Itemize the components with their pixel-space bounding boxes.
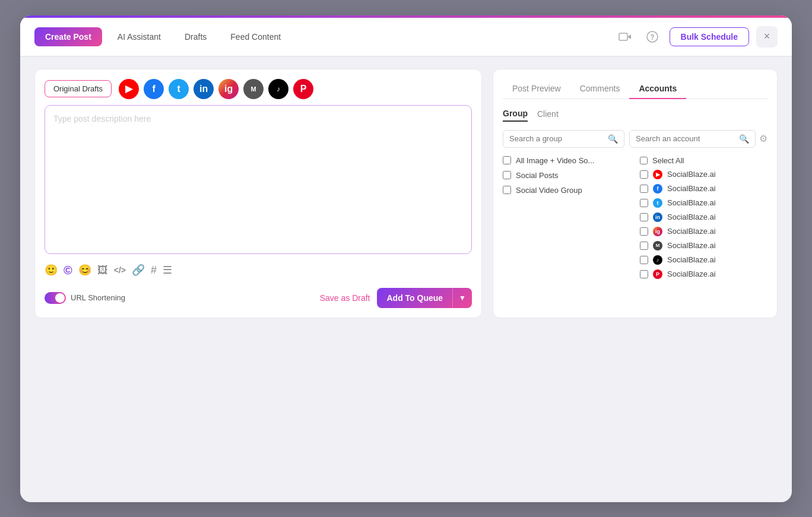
- account-dot-youtube-0: ▶: [653, 170, 662, 179]
- account-label-1: SocialBlaze.ai: [667, 184, 716, 193]
- account-checkbox-6[interactable]: [640, 256, 648, 264]
- account-label-0: SocialBlaze.ai: [667, 170, 716, 179]
- hashtag-icon[interactable]: #: [151, 264, 157, 277]
- columns-layout: All Image + Video So... Social Posts Soc…: [503, 156, 767, 279]
- select-all-checkbox[interactable]: [640, 157, 648, 164]
- url-shortening-group: URL Shortening: [45, 292, 125, 304]
- close-icon: ×: [764, 30, 770, 43]
- select-all-row: Select All: [640, 156, 767, 165]
- create-post-button[interactable]: Create Post: [34, 27, 102, 46]
- header-right-actions: ? Bulk Schedule ×: [615, 26, 778, 47]
- group-label-all-image: All Image + Video So...: [516, 156, 594, 165]
- account-label-7: SocialBlaze.ai: [667, 269, 716, 278]
- help-icon: ?: [646, 31, 658, 43]
- account-item-7[interactable]: P SocialBlaze.ai: [640, 269, 767, 279]
- tab-post-preview[interactable]: Post Preview: [503, 79, 570, 99]
- account-item-6[interactable]: ♪ SocialBlaze.ai: [640, 255, 767, 265]
- editor-toolbar: 🙂 © 😊 🖼 </> 🔗 # ☰: [45, 260, 472, 281]
- original-drafts-tab[interactable]: Original Drafts: [45, 80, 112, 97]
- linkedin-icon[interactable]: in: [194, 79, 214, 99]
- group-item-all-image[interactable]: All Image + Video So...: [503, 156, 630, 165]
- account-checkbox-2[interactable]: [640, 199, 648, 207]
- account-label-5: SocialBlaze.ai: [667, 241, 716, 250]
- account-item-4[interactable]: ig SocialBlaze.ai: [640, 227, 767, 236]
- group-search-button[interactable]: 🔍: [608, 134, 618, 144]
- right-panel: Post Preview Comments Accounts Group Cli…: [493, 69, 778, 318]
- add-to-queue-label[interactable]: Add To Queue: [377, 288, 452, 308]
- account-dot-linkedin-3: in: [653, 212, 662, 222]
- url-shortening-toggle[interactable]: [45, 292, 66, 304]
- social-icons-row: ▶ f t in ig M ♪ P: [119, 79, 313, 99]
- image-icon[interactable]: 🖼: [97, 264, 108, 277]
- close-button[interactable]: ×: [756, 26, 778, 47]
- tab-feed-content[interactable]: Feed Content: [222, 27, 289, 46]
- account-checkbox-4[interactable]: [640, 227, 648, 236]
- add-to-queue-dropdown-arrow[interactable]: ▼: [452, 288, 472, 307]
- sub-tab-group[interactable]: Group: [503, 109, 528, 122]
- tab-accounts[interactable]: Accounts: [629, 79, 686, 99]
- help-icon-button[interactable]: ?: [642, 27, 662, 47]
- left-panel: Original Drafts ▶ f t in ig M ♪ P 🙂 © 😊: [34, 69, 482, 318]
- group-checkbox-social-posts[interactable]: [503, 171, 511, 179]
- header: Create Post AI Assistant Drafts Feed Con…: [20, 18, 792, 57]
- tab-drafts[interactable]: Drafts: [176, 27, 215, 46]
- emoji-icon[interactable]: 😊: [78, 264, 91, 277]
- account-label-2: SocialBlaze.ai: [667, 198, 716, 207]
- facebook-icon[interactable]: f: [144, 79, 164, 99]
- drafts-tab-bar: Original Drafts ▶ f t in ig M ♪ P: [45, 79, 472, 99]
- account-item-1[interactable]: f SocialBlaze.ai: [640, 184, 767, 194]
- account-item-3[interactable]: in SocialBlaze.ai: [640, 212, 767, 222]
- post-description-textarea[interactable]: [45, 105, 472, 254]
- video-icon: [618, 31, 632, 42]
- meta-icon[interactable]: M: [243, 79, 264, 99]
- emoji-picker-icon[interactable]: 🙂: [45, 264, 58, 277]
- account-item-5[interactable]: M SocialBlaze.ai: [640, 241, 767, 250]
- group-checkbox-social-video[interactable]: [503, 186, 511, 194]
- youtube-icon[interactable]: ▶: [119, 79, 139, 99]
- account-dot-pinterest-7: P: [653, 269, 662, 279]
- group-item-social-video[interactable]: Social Video Group: [503, 186, 630, 195]
- video-icon-button[interactable]: [615, 27, 635, 47]
- main-modal: Create Post AI Assistant Drafts Feed Con…: [20, 15, 792, 502]
- account-checkbox-0[interactable]: [640, 170, 648, 179]
- tab-ai-assistant[interactable]: AI Assistant: [109, 27, 169, 46]
- account-label-4: SocialBlaze.ai: [667, 227, 716, 236]
- sub-tab-client[interactable]: Client: [537, 109, 559, 122]
- accounts-column: Select All ▶ SocialBlaze.ai f SocialBlaz…: [640, 156, 767, 279]
- instagram-icon[interactable]: ig: [218, 79, 239, 99]
- account-checkbox-5[interactable]: [640, 242, 648, 250]
- tab-comments[interactable]: Comments: [570, 79, 630, 99]
- spinner-icon[interactable]: ©: [64, 264, 72, 277]
- account-search-button[interactable]: 🔍: [739, 134, 749, 144]
- account-search-input[interactable]: [636, 134, 735, 143]
- account-item-2[interactable]: t SocialBlaze.ai: [640, 198, 767, 208]
- account-item-0[interactable]: ▶ SocialBlaze.ai: [640, 170, 767, 179]
- filter-button[interactable]: ⚙: [759, 133, 767, 144]
- post-bottom-bar: URL Shortening Save as Draft Add To Queu…: [45, 288, 472, 308]
- group-label-social-video: Social Video Group: [516, 186, 582, 195]
- group-search-input[interactable]: [509, 134, 604, 143]
- account-checkbox-7[interactable]: [640, 270, 648, 278]
- pinterest-icon[interactable]: P: [293, 79, 313, 99]
- code-icon[interactable]: </>: [114, 265, 126, 275]
- svg-marker-1: [627, 34, 631, 39]
- account-dot-twitter-2: t: [653, 198, 662, 208]
- save-draft-button[interactable]: Save as Draft: [320, 293, 370, 303]
- group-checkbox-all-image[interactable]: [503, 156, 511, 164]
- account-dot-instagram-4: ig: [653, 227, 662, 236]
- link-icon[interactable]: 🔗: [132, 264, 145, 277]
- account-checkbox-1[interactable]: [640, 185, 648, 193]
- account-label-3: SocialBlaze.ai: [667, 212, 716, 221]
- group-label-social-posts: Social Posts: [516, 171, 559, 180]
- search-row: 🔍 🔍 ⚙: [503, 130, 767, 148]
- tiktok-icon[interactable]: ♪: [268, 79, 288, 99]
- right-panel-tabs: Post Preview Comments Accounts: [503, 79, 767, 99]
- account-search-box: 🔍: [629, 130, 756, 148]
- list-icon[interactable]: ☰: [163, 264, 172, 277]
- group-item-social-posts[interactable]: Social Posts: [503, 171, 630, 180]
- group-list: All Image + Video So... Social Posts Soc…: [503, 156, 630, 195]
- account-checkbox-3[interactable]: [640, 213, 648, 221]
- add-to-queue-button[interactable]: Add To Queue ▼: [377, 288, 472, 308]
- twitter-icon[interactable]: t: [169, 79, 189, 99]
- bulk-schedule-button[interactable]: Bulk Schedule: [670, 27, 749, 46]
